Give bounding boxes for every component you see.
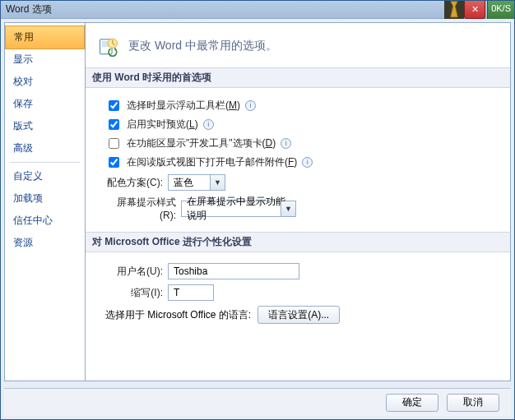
tooltip-style-select[interactable]: 在屏幕提示中显示功能说明 ▼ bbox=[181, 201, 296, 217]
sidebar-item-label: 资源 bbox=[13, 237, 33, 248]
header-row: 更改 Word 中最常用的选项。 bbox=[97, 35, 497, 58]
network-speed-indicator: 0K/S bbox=[487, 1, 514, 19]
cancel-button[interactable]: 取消 bbox=[447, 394, 499, 412]
info-icon[interactable]: i bbox=[302, 157, 313, 168]
checkbox-reading-attachments[interactable] bbox=[109, 157, 119, 168]
sidebar-item-layout[interactable]: 版式 bbox=[5, 115, 85, 137]
sidebar-item-label: 加载项 bbox=[13, 192, 43, 204]
tooltip-style-row: 屏幕提示样式(R): 在屏幕提示中显示功能说明 ▼ bbox=[97, 193, 497, 224]
lamp-icon bbox=[444, 1, 464, 19]
main-panel: 更改 Word 中最常用的选项。 使用 Word 时采用的首选项 选择时显示浮动… bbox=[85, 22, 511, 381]
username-row: 用户名(U): bbox=[97, 261, 497, 282]
username-label: 用户名(U): bbox=[105, 265, 168, 279]
window-title: Word 选项 bbox=[6, 2, 52, 16]
sidebar-item-label: 保存 bbox=[13, 98, 33, 109]
opt-label: 启用实时预览(L) bbox=[127, 118, 198, 132]
header-text: 更改 Word 中最常用的选项。 bbox=[128, 39, 277, 53]
sidebar-item-label: 校对 bbox=[13, 76, 33, 87]
color-scheme-label: 配色方案(C): bbox=[105, 176, 168, 190]
sidebar-divider bbox=[10, 162, 80, 163]
select-value: 在屏幕提示中显示功能说明 bbox=[187, 195, 290, 223]
info-icon[interactable]: i bbox=[203, 119, 214, 130]
options-window: Word 选项 ✕ 0K/S 常用 显示 校对 保存 版式 高级 自定义 加载项… bbox=[0, 0, 515, 420]
checkbox-developer-tab[interactable] bbox=[109, 138, 119, 149]
info-icon[interactable]: i bbox=[281, 138, 291, 149]
language-row: 选择用于 Microsoft Office 的语言: 语言设置(A)... bbox=[97, 303, 497, 326]
chevron-down-icon: ▼ bbox=[281, 201, 295, 216]
sidebar-item-proofing[interactable]: 校对 bbox=[5, 71, 85, 93]
checkbox-live-preview[interactable] bbox=[109, 119, 119, 130]
initials-input[interactable] bbox=[168, 284, 214, 301]
ok-button[interactable]: 确定 bbox=[386, 394, 438, 412]
opt-label: 在功能区显示"开发工具"选项卡(D) bbox=[127, 136, 276, 150]
opt-live-preview: 启用实时预览(L) i bbox=[97, 115, 497, 134]
checkbox-mini-toolbar[interactable] bbox=[109, 100, 119, 111]
initials-row: 缩写(I): bbox=[97, 282, 497, 303]
sidebar-item-label: 高级 bbox=[13, 142, 33, 154]
body-area: 常用 显示 校对 保存 版式 高级 自定义 加载项 信任中心 资源 bbox=[1, 19, 514, 385]
sidebar-item-addins[interactable]: 加载项 bbox=[5, 187, 85, 210]
sidebar-item-label: 常用 bbox=[14, 31, 34, 43]
sidebar-item-display[interactable]: 显示 bbox=[5, 48, 85, 71]
titlebar: Word 选项 ✕ 0K/S bbox=[1, 1, 514, 19]
sidebar-item-label: 版式 bbox=[13, 120, 33, 132]
sidebar-item-resources[interactable]: 资源 bbox=[5, 232, 85, 254]
color-scheme-select[interactable]: 蓝色 ▼ bbox=[168, 174, 225, 191]
sidebar-item-label: 显示 bbox=[13, 53, 33, 65]
titlebar-controls: ✕ 0K/S bbox=[444, 1, 514, 19]
options-icon bbox=[97, 35, 120, 58]
language-settings-button[interactable]: 语言设置(A)... bbox=[258, 306, 340, 324]
footer: 确定 取消 bbox=[4, 388, 511, 416]
sidebar: 常用 显示 校对 保存 版式 高级 自定义 加载项 信任中心 资源 bbox=[4, 22, 85, 381]
sidebar-item-save[interactable]: 保存 bbox=[5, 93, 85, 115]
initials-label: 缩写(I): bbox=[105, 286, 168, 300]
chevron-down-icon: ▼ bbox=[210, 175, 225, 190]
section-header-preferences: 使用 Word 时采用的首选项 bbox=[86, 67, 510, 88]
opt-developer-tab: 在功能区显示"开发工具"选项卡(D) i bbox=[97, 134, 497, 153]
select-value: 蓝色 bbox=[174, 176, 193, 190]
sidebar-item-trust[interactable]: 信任中心 bbox=[5, 210, 85, 232]
opt-mini-toolbar: 选择时显示浮动工具栏(M) i bbox=[97, 96, 497, 115]
sidebar-item-label: 信任中心 bbox=[13, 215, 53, 226]
info-icon[interactable]: i bbox=[245, 100, 256, 111]
opt-label: 在阅读版式视图下打开电子邮件附件(F) bbox=[127, 155, 297, 169]
username-input[interactable] bbox=[168, 263, 299, 279]
opt-label: 选择时显示浮动工具栏(M) bbox=[127, 99, 240, 113]
sidebar-item-label: 自定义 bbox=[13, 170, 43, 182]
sidebar-item-general[interactable]: 常用 bbox=[5, 25, 85, 49]
close-button[interactable]: ✕ bbox=[464, 1, 485, 19]
language-text: 选择用于 Microsoft Office 的语言: bbox=[105, 308, 251, 322]
opt-reading-attachments: 在阅读版式视图下打开电子邮件附件(F) i bbox=[97, 153, 497, 172]
section-header-personalize: 对 Microsoft Office 进行个性化设置 bbox=[86, 232, 510, 252]
color-scheme-row: 配色方案(C): 蓝色 ▼ bbox=[97, 172, 497, 193]
sidebar-item-customize[interactable]: 自定义 bbox=[5, 165, 85, 187]
tooltip-style-label: 屏幕提示样式(R): bbox=[105, 196, 181, 221]
sidebar-item-advanced[interactable]: 高级 bbox=[5, 137, 85, 159]
